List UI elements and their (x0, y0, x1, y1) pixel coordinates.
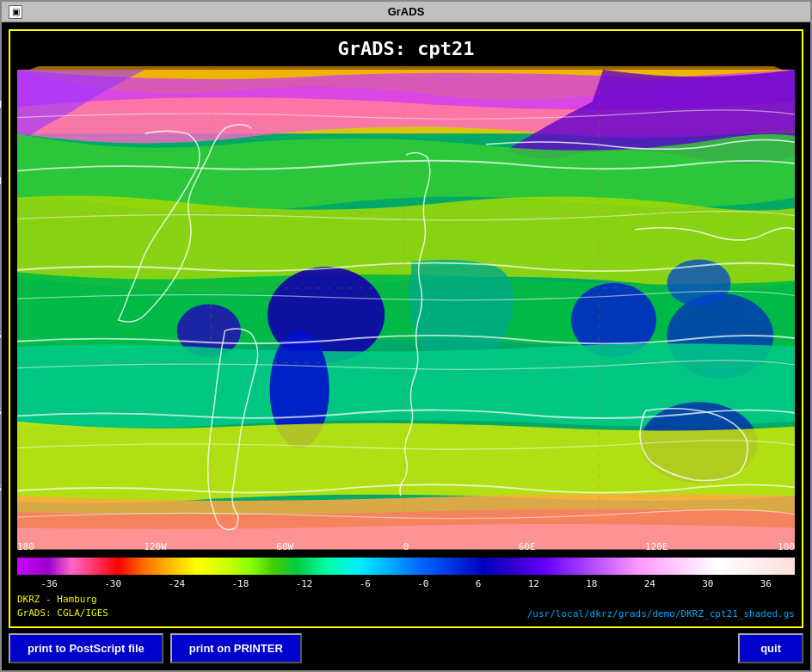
cb-label-11: 24 (644, 578, 655, 589)
lat-90s: 90S (0, 483, 2, 494)
lat-eq: EQ (0, 253, 2, 264)
lat-60s: 60S (0, 406, 2, 417)
cb-label-7: -0 (417, 578, 428, 589)
lon-120w: 120W (144, 541, 167, 552)
cb-label-4: -18 (232, 578, 249, 589)
cb-label-1: -36 (40, 578, 58, 589)
cb-label-10: 18 (586, 578, 597, 589)
window-title: GrADS (388, 5, 425, 18)
cb-label-8: 6 (476, 578, 482, 589)
print-printer-button[interactable]: print on PRINTER (170, 633, 302, 663)
colorbar-section: -36 -30 -24 -18 -12 -6 -0 6 12 18 24 30 … (17, 558, 795, 589)
map-svg (17, 66, 795, 552)
chart-container: GrADS: cpt21 60N 30N EQ 30S 60S 90S (9, 29, 803, 628)
info-right: /usr/local/dkrz/grads/demo/DKRZ_cpt21_sh… (527, 608, 795, 620)
cb-label-3: -24 (168, 578, 185, 589)
cb-label-12: 30 (702, 578, 713, 589)
cb-label-5: -12 (296, 578, 313, 589)
cb-label-9: 12 (528, 578, 539, 589)
colorbar-labels: -36 -30 -24 -18 -12 -6 -0 6 12 18 24 30 … (17, 578, 795, 589)
title-bar: ▣ GrADS (2, 2, 810, 22)
main-window: ▣ GrADS GrADS: cpt21 60N 30N EQ 30S 60S … (0, 0, 812, 672)
info-cgla: GrADS: CGLA/IGES (17, 607, 108, 620)
button-row: print to PostScript file print on PRINTE… (9, 633, 803, 663)
quit-button[interactable]: quit (738, 633, 803, 663)
lon-180e: 180 (778, 541, 795, 552)
lat-30n: 30N (0, 176, 2, 187)
colorbar (17, 558, 795, 575)
lon-60e: 60E (519, 541, 536, 552)
info-row: DKRZ - Hamburg GrADS: CGLA/IGES /usr/loc… (17, 593, 795, 620)
lon-180w: 180 (17, 541, 34, 552)
lon-0: 0 (403, 541, 409, 552)
info-dkrz: DKRZ - Hamburg (17, 593, 108, 606)
print-postscript-button[interactable]: print to PostScript file (9, 633, 163, 663)
lon-60w: 60W (276, 541, 293, 552)
cb-label-2: -30 (104, 578, 121, 589)
lat-labels: 60N 30N EQ 30S 60S 90S (0, 66, 2, 527)
cb-label-13: 36 (760, 578, 772, 589)
lat-60n: 60N (0, 99, 2, 110)
lon-labels: 180 120W 60W 0 60E 120E 180 (17, 535, 795, 552)
lat-30s: 30S (0, 330, 2, 341)
cb-label-6: -6 (360, 578, 371, 589)
lon-120e: 120E (645, 541, 668, 552)
map-area: 180 120W 60W 0 60E 120E 180 (17, 66, 795, 552)
info-left: DKRZ - Hamburg GrADS: CGLA/IGES (17, 593, 108, 620)
window-icon: ▣ (9, 5, 22, 19)
main-content: GrADS: cpt21 60N 30N EQ 30S 60S 90S (2, 22, 810, 670)
chart-title: GrADS: cpt21 (17, 38, 795, 59)
